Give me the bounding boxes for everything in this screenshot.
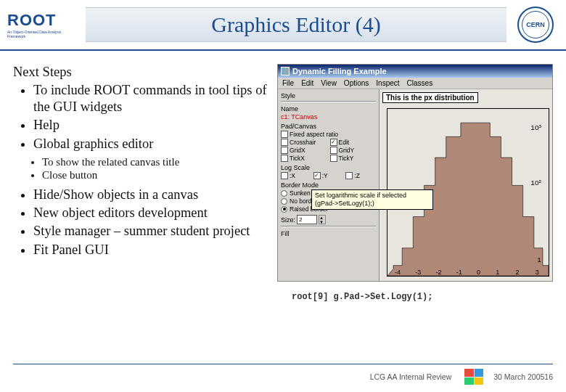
svg-text:2: 2 — [516, 269, 520, 276]
canvas-area[interactable]: This is the px distribution 10³ 10² 1 -4… — [380, 89, 552, 281]
menu-inspect[interactable]: Inspect — [376, 79, 399, 87]
slide-title: Graphics Editor (4) — [211, 12, 380, 37]
title-band: Graphics Editor (4) — [86, 7, 506, 42]
slide-content: Next Steps To include ROOT commands in t… — [0, 51, 566, 348]
bullet-item: Fit Panel GUI — [33, 242, 268, 258]
logx-row[interactable]: :X — [281, 172, 311, 179]
checkbox-icon[interactable] — [345, 172, 353, 179]
slide-header: ROOT An Object-Oriented Data Analysis Fr… — [0, 0, 566, 51]
root-logo: ROOT An Object-Oriented Data Analysis Fr… — [7, 3, 80, 46]
tooltip-line1: Set logarithmic scale if selected — [315, 192, 430, 200]
window-title: Dynamic Filling Example — [292, 67, 387, 75]
ticky-row[interactable]: TickY — [330, 155, 377, 162]
svg-text:1: 1 — [537, 256, 541, 264]
pad-canvas-label: Pad/Canvas — [281, 123, 376, 130]
cern-logo: CERN — [512, 3, 559, 46]
footer-date: 30 March 2005 — [493, 372, 544, 381]
code-output-line: root[9] g.Pad->Set.Logy(1); — [277, 292, 553, 302]
fixed-aspect-label: Fixed aspect ratio — [290, 131, 338, 138]
stepper-arrows-icon[interactable]: ▲▼ — [319, 215, 326, 224]
checkbox-icon[interactable] — [330, 139, 337, 146]
size-value[interactable]: 2 — [297, 215, 317, 224]
checkbox-icon[interactable] — [281, 147, 288, 154]
svg-text:10³: 10³ — [530, 123, 541, 131]
canvas-title: This is the px distribution — [382, 92, 478, 103]
app-body: Style Name c1: TCanvas Pad/Canvas Fixed … — [278, 89, 552, 281]
style-label: Style — [281, 91, 376, 99]
bullet-list-1: To include ROOT commands in tool tips of… — [13, 82, 268, 152]
lcg-logo-icon — [464, 369, 483, 385]
svg-text:0: 0 — [477, 269, 480, 276]
tooltip-line2: (gPad->SetLogy(1);) — [315, 200, 430, 208]
sub-bullet-item: To show the related canvas title — [42, 155, 268, 169]
sub-bullet-list: To show the related canvas title Close b… — [13, 155, 268, 183]
divider — [281, 226, 376, 227]
logy-row[interactable]: :Y — [313, 172, 344, 179]
crosshair-label: Crosshair — [290, 139, 316, 146]
fixed-aspect-row[interactable]: Fixed aspect ratio — [281, 131, 376, 138]
root-app-window: Dynamic Filling Example File Edit View O… — [277, 64, 553, 282]
window-icon — [281, 67, 290, 75]
bullet-list-2: Hide/Show objects in a canvas New object… — [13, 187, 268, 258]
edit-row[interactable]: Edit — [330, 139, 377, 146]
menubar: File Edit View Options Inspect Classes — [278, 78, 552, 89]
svg-text:3: 3 — [536, 269, 539, 276]
logx-label: :X — [290, 172, 295, 179]
crosshair-row[interactable]: Crosshair — [281, 139, 327, 146]
next-steps-heading: Next Steps — [13, 64, 268, 81]
checkbox-icon[interactable] — [330, 155, 337, 162]
menu-options[interactable]: Options — [344, 79, 369, 87]
checkbox-icon[interactable] — [281, 155, 288, 162]
logz-row[interactable]: :Z — [345, 172, 376, 179]
checkbox-icon[interactable] — [313, 172, 321, 179]
screenshot-column: Dynamic Filling Example File Edit View O… — [277, 64, 553, 348]
menu-classes[interactable]: Classes — [407, 79, 433, 87]
tooltip-popup: Set logarithmic scale if selected (gPad-… — [311, 189, 433, 210]
bullet-item: To include ROOT commands in tool tips of… — [33, 82, 268, 115]
option-grid: Crosshair Edit GridX GridY TickX TickY — [281, 139, 376, 162]
cern-logo-circle: CERN — [517, 7, 554, 43]
menu-view[interactable]: View — [321, 79, 337, 87]
slide-footer: LCG AA Internal Review 30 March 2005 16 — [13, 364, 553, 385]
text-column: Next Steps To include ROOT commands in t… — [13, 64, 268, 348]
sub-bullet-item: Close button — [42, 168, 268, 182]
page-number: 16 — [544, 372, 553, 381]
edit-label: Edit — [339, 139, 350, 146]
log-grid: :X :Y :Z — [281, 172, 376, 179]
checkbox-icon[interactable] — [281, 139, 288, 146]
size-spinner[interactable]: Size: 2 ▲▼ — [281, 215, 376, 224]
gridy-row[interactable]: GridY — [330, 147, 377, 154]
svg-text:-3: -3 — [415, 269, 421, 276]
svg-text:-4: -4 — [395, 269, 401, 276]
gridx-label: GridX — [290, 147, 305, 154]
bullet-item: Style manager – summer student project — [33, 223, 268, 240]
border-mode-label: Border Mode — [281, 180, 376, 189]
logy-label: :Y — [322, 172, 328, 179]
root-logo-subtitle: An Object-Oriented Data Analysis Framewo… — [7, 30, 80, 38]
editor-side-panel: Style Name c1: TCanvas Pad/Canvas Fixed … — [278, 89, 380, 281]
tickx-row[interactable]: TickX — [281, 155, 327, 162]
radio-icon[interactable] — [281, 198, 287, 205]
checkbox-icon[interactable] — [330, 147, 337, 154]
gridy-label: GridY — [339, 147, 355, 154]
bullet-item: New object editors development — [33, 205, 268, 221]
checkbox-icon[interactable] — [281, 131, 288, 138]
bullet-item: Hide/Show objects in a canvas — [33, 187, 268, 203]
fill-label: Fill — [281, 229, 376, 237]
radio-icon[interactable] — [281, 206, 287, 213]
logz-label: :Z — [354, 172, 360, 179]
gridx-row[interactable]: GridX — [281, 147, 327, 154]
name-label: Name — [281, 104, 376, 113]
checkbox-icon[interactable] — [281, 172, 288, 179]
tickx-label: TickX — [290, 155, 305, 162]
size-label: Size: — [281, 216, 295, 224]
menu-edit[interactable]: Edit — [301, 79, 313, 87]
window-titlebar[interactable]: Dynamic Filling Example — [278, 65, 552, 78]
radio-icon[interactable] — [281, 190, 287, 197]
svg-text:-1: -1 — [456, 269, 462, 276]
bullet-item: Help — [33, 117, 268, 134]
footer-review: LCG AA Internal Review — [370, 372, 452, 381]
menu-file[interactable]: File — [282, 79, 294, 87]
svg-text:10²: 10² — [530, 179, 541, 187]
name-value: c1: TCanvas — [281, 113, 376, 121]
